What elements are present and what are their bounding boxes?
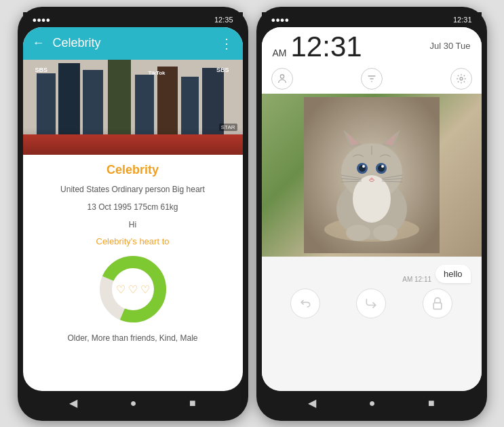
filter-icon-btn[interactable] xyxy=(361,68,383,90)
gear-icon-btn[interactable] xyxy=(450,68,472,90)
donut-wrapper: ♡ ♡ ♡ xyxy=(96,252,170,327)
nav-recent-2[interactable]: ■ xyxy=(428,397,435,409)
person-icon-btn[interactable] xyxy=(271,68,293,90)
nav-home-2[interactable]: ● xyxy=(369,397,376,409)
nav-recent-1[interactable]: ■ xyxy=(189,397,196,409)
heart-label: Celebrity's heart to xyxy=(34,236,232,246)
hearts-row: ♡ ♡ ♡ xyxy=(116,282,150,295)
nav-bar-1: ◀ ● ■ xyxy=(23,391,243,415)
svg-rect-32 xyxy=(433,303,442,309)
image-overlay xyxy=(23,128,243,155)
clock-date: Jul 30 Tue xyxy=(430,35,471,51)
person-6 xyxy=(157,67,178,134)
phone-screen-1: ← Celebrity ⋮ xyxy=(23,27,243,391)
donut-chart: ♡ ♡ ♡ xyxy=(34,252,232,327)
clock-icons-row xyxy=(262,64,482,94)
clock-screen: AM 12:31 Jul 30 Tue xyxy=(262,27,482,391)
phone-2: ●●●● 12:31 AM 12:31 Jul 30 Tue xyxy=(256,7,487,421)
tiktok-logo: TikTok xyxy=(149,70,166,76)
clock-am: AM xyxy=(273,48,287,58)
person-3 xyxy=(83,70,103,134)
back-button[interactable]: ← xyxy=(33,36,45,50)
celebrity-name: Celebrity xyxy=(34,163,232,177)
chat-actions xyxy=(273,289,471,318)
nav-back-1[interactable]: ◀ xyxy=(69,396,77,409)
signal-icon: ●●●● xyxy=(33,16,51,24)
clock-header: AM 12:31 Jul 30 Tue xyxy=(262,27,482,64)
nav-back-2[interactable]: ◀ xyxy=(308,396,316,409)
person-5 xyxy=(135,75,154,134)
sbs-logo-1: SBS xyxy=(35,67,48,73)
menu-button[interactable]: ⋮ xyxy=(220,35,233,52)
svg-point-2 xyxy=(280,75,284,78)
person-2 xyxy=(58,63,80,134)
status-icons-left: ●●●● xyxy=(33,16,51,24)
svg-point-15 xyxy=(353,175,391,223)
svg-point-20 xyxy=(362,165,365,168)
chat-bubble: AM 12:11 hello xyxy=(273,265,471,283)
message-text: hello xyxy=(435,265,470,283)
svg-point-29 xyxy=(346,225,370,241)
forward-button[interactable] xyxy=(356,289,386,318)
celebrity-info-line2: 13 Oct 1995 175cm 61kg xyxy=(34,200,232,214)
nav-home-1[interactable]: ● xyxy=(130,397,137,409)
reply-button[interactable] xyxy=(290,289,320,318)
app-header: ← Celebrity ⋮ xyxy=(23,27,243,60)
signal-icon-2: ●●●● xyxy=(271,16,290,24)
status-icons-left-2: ●●●● xyxy=(271,16,290,24)
crowd-image: SBS SBS TikTok STAR xyxy=(23,60,243,155)
person-4 xyxy=(108,60,131,134)
phone-screen-2: AM 12:31 Jul 30 Tue xyxy=(262,27,482,391)
celebrity-tags: Older, More than friends, Kind, Male xyxy=(34,333,232,343)
celebrity-content: Celebrity United States Ordinary person … xyxy=(23,155,243,391)
status-bar-1: ●●●● 12:35 xyxy=(23,12,243,27)
svg-point-30 xyxy=(373,225,398,241)
svg-point-6 xyxy=(460,77,463,80)
celebrity-greeting: Hi xyxy=(34,218,232,231)
time-display-1: 12:35 xyxy=(214,16,233,24)
svg-point-21 xyxy=(381,165,384,168)
clock-time: 12:31 xyxy=(291,33,362,61)
sbs-logo-2: SBS xyxy=(216,67,229,73)
status-bar-2: ●●●● 12:31 xyxy=(262,12,482,27)
nav-bar-2: ◀ ● ■ xyxy=(262,391,482,415)
heart-1: ♡ xyxy=(116,282,125,295)
cat-svg xyxy=(304,97,440,253)
message-time: AM 12:11 xyxy=(402,276,431,283)
chat-area: AM 12:11 hello xyxy=(262,257,482,391)
app-title: Celebrity xyxy=(53,36,212,50)
cat-image xyxy=(262,94,482,257)
person-7 xyxy=(181,77,199,134)
lock-button[interactable] xyxy=(423,289,452,318)
status-right-1: 12:35 xyxy=(214,16,233,24)
celebrity-image-banner: SBS SBS TikTok STAR xyxy=(23,60,243,155)
clock-time-block: AM 12:31 xyxy=(273,33,362,61)
heart-2: ♡ xyxy=(128,282,138,295)
time-display-2: 12:31 xyxy=(453,16,472,24)
person-1 xyxy=(37,73,56,134)
phone-1: ●●●● 12:35 ← Celebrity ⋮ xyxy=(18,7,248,421)
heart-3: ♡ xyxy=(140,282,150,295)
status-right-2: 12:31 xyxy=(453,16,472,24)
celebrity-info-line1: United States Ordinary person Big heart xyxy=(34,183,232,196)
